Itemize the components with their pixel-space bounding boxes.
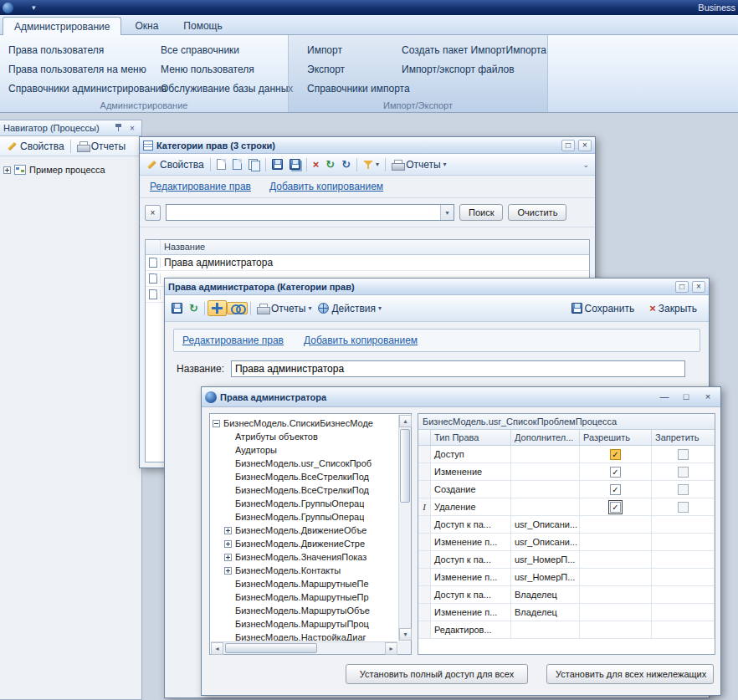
window-titlebar[interactable]: Права администратора — □ × [202,387,720,407]
allow-cell[interactable]: ✓ [580,446,652,462]
properties-button[interactable]: Свойства [143,157,208,172]
pin-icon[interactable] [112,123,124,134]
scroll-left-icon[interactable]: ◂ [211,642,223,655]
link-edit-rights[interactable]: Редактирование прав [182,335,284,346]
permission-row[interactable]: Изменение п...usr_НомерП... [418,569,715,586]
allow-cell[interactable] [580,621,652,638]
checkbox[interactable]: ✓ [610,449,621,460]
tree-node[interactable]: БизнесМодель.usr_СписокПроб [213,457,397,470]
refresh-all-button[interactable]: ↻ [338,157,354,171]
close-window-button[interactable]: × Закрыть [646,301,700,316]
checkbox[interactable] [678,467,689,478]
tree-node[interactable]: БизнесМодель.ВсеСтрелкиПод [213,470,397,483]
clear-button[interactable]: Очистить [508,204,566,221]
tree-node[interactable]: Аудиторы [213,443,397,457]
ribbon-tab[interactable]: Окна [123,16,170,34]
link-add-by-copy[interactable]: Добавить копированием [269,181,383,192]
save-and-stay-button[interactable]: Сохранить [568,301,638,316]
checkbox[interactable] [678,502,689,513]
column-header[interactable]: Дополнител... [511,430,580,445]
expand-icon[interactable] [224,527,232,534]
set-full-access-button[interactable]: Установить полный доступ для всех [346,664,528,684]
tree-node[interactable]: БизнесМодель.МаршрутныеПе [213,577,397,590]
tree-node[interactable]: БизнесМодель.ДвижениеОбъе [213,524,397,537]
ribbon-item[interactable]: Обслуживание базы данных [159,79,295,99]
allow-cell[interactable]: ✓ [580,463,652,480]
scroll-up-icon[interactable]: ▴ [399,415,412,427]
toolbar-overflow-icon[interactable]: ⌄ [580,161,592,169]
deny-cell[interactable] [652,621,715,638]
save-button[interactable] [269,157,286,171]
allow-cell[interactable]: ✓ [580,498,652,515]
permission-row[interactable]: Изменение п...usr_Описани... [418,534,715,551]
sync-navigation-button[interactable] [208,300,227,316]
ribbon-item[interactable]: Справочники импорта [305,79,412,99]
deny-cell[interactable] [652,604,715,621]
refresh-button[interactable]: ↻ [186,301,202,315]
tree-node[interactable]: БизнесМодель.ГруппыОперац [213,510,397,524]
tree-node[interactable]: БизнесМодель.НастройкаДиаг [213,631,397,641]
tree-node[interactable]: БизнесМодель.МаршрутыПроц [213,617,397,631]
allow-cell[interactable] [580,534,652,550]
save-button[interactable] [168,301,186,315]
permission-row[interactable]: Доступ к па...usr_НомерП... [418,551,715,569]
reports-button[interactable]: Отчеты ▾ [254,301,315,316]
deny-cell[interactable] [652,569,715,585]
tree-node[interactable]: БизнесМодель.МаршрутныеПр [213,590,397,604]
maximize-button[interactable]: □ [675,281,689,293]
ribbon-item[interactable]: Все справочники [159,41,295,60]
chevron-down-icon[interactable]: ▾ [440,205,454,220]
column-header[interactable]: Запретить [652,430,715,445]
checkbox[interactable] [678,449,689,460]
checkbox[interactable] [678,484,689,495]
maximize-button[interactable]: □ [677,391,695,403]
close-button[interactable]: × [692,281,705,293]
allow-cell[interactable] [580,569,652,585]
tree-node[interactable]: Пример процесса [3,163,138,176]
deny-cell[interactable] [652,534,715,550]
tree-node[interactable]: БизнесМодель.СпискиБизнесМоде [213,416,397,430]
ribbon-item[interactable]: Права пользователя [7,41,168,60]
expand-icon[interactable] [224,554,232,561]
tree-node[interactable]: БизнесМодель.ЗначенияПоказ [213,550,397,564]
checkbox[interactable]: ✓ [610,467,621,478]
scrollbar-thumb[interactable] [225,643,317,653]
quick-access-dropdown-icon[interactable]: ▾ [32,3,36,12]
scrollbar-thumb[interactable] [400,429,410,503]
link-edit-rights[interactable]: Редактирование прав [150,181,251,192]
minimize-button[interactable]: — [655,391,674,403]
refresh-button[interactable]: ↻ [322,157,338,171]
save-all-button[interactable] [286,157,304,171]
scroll-down-icon[interactable]: ▾ [399,628,412,641]
table-row[interactable]: Права администратора [146,255,589,271]
column-header[interactable]: Разрешить [580,430,652,445]
actions-button[interactable]: Действия ▾ [315,301,385,316]
link-mode-button[interactable] [227,302,248,314]
ribbon-item[interactable]: Импорт [305,41,412,60]
set-for-descendants-button[interactable]: Установить для всех нижележащих [546,664,714,684]
ribbon-item[interactable]: Меню пользователя [159,60,295,79]
permission-row[interactable]: Редактиров... [418,621,715,639]
delete-button[interactable]: × [310,157,323,171]
ribbon-item[interactable]: Создать пакет ИмпортИмпорта [400,41,548,60]
column-header[interactable]: Тип Права [431,430,511,445]
table-header[interactable]: Название [146,240,589,255]
name-input[interactable] [231,360,685,377]
maximize-button[interactable]: □ [561,140,575,151]
tree-node[interactable]: БизнесМодель.ВсеСтрелкиПод [213,483,397,497]
vertical-scrollbar[interactable]: ▴ ▾ [398,415,411,641]
permission-row[interactable]: Доступ к па...Владелец [418,586,715,604]
tree-node[interactable]: Атрибуты объектов [213,430,397,443]
allow-cell[interactable]: ✓ [580,481,652,498]
filter-button[interactable]: ▾ [360,158,382,171]
reports-button[interactable]: Отчеты ▾ [388,157,450,172]
permission-row[interactable]: Изменение п...Владелец [418,604,715,621]
copy-button[interactable] [245,157,263,172]
allow-cell[interactable] [580,516,652,533]
new-button[interactable] [213,157,229,171]
expand-icon[interactable] [3,166,11,174]
ribbon-item[interactable]: Права пользователя на меню [7,60,168,79]
deny-cell[interactable] [652,481,715,498]
expand-icon[interactable] [224,567,232,575]
deny-cell[interactable] [652,463,715,480]
